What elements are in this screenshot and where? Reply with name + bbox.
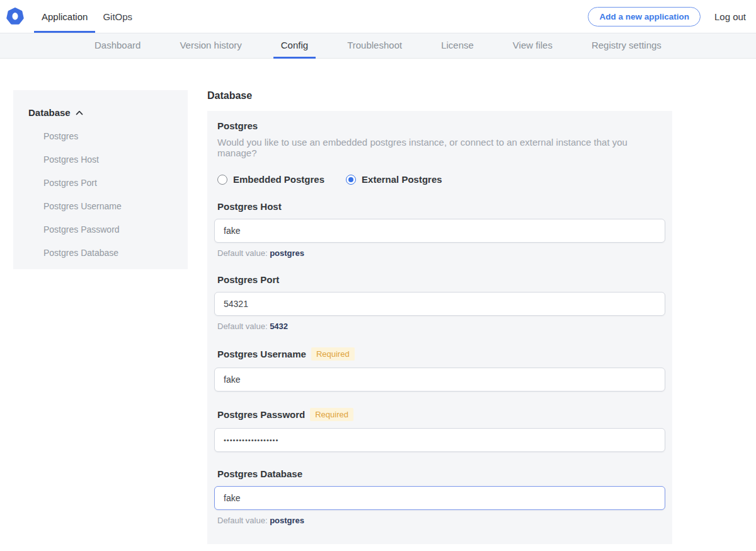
chevron-up-icon [76, 110, 83, 115]
postgres-database-input[interactable] [214, 486, 665, 510]
topnav-spacer [140, 0, 588, 33]
subnav-tab-view-files-label: View files [513, 40, 553, 50]
sidebar-item-postgres-host[interactable]: Postgres Host [43, 154, 175, 165]
postgres-database-label: Postgres Database [217, 468, 302, 479]
subnav-tab-view-files[interactable]: View files [505, 33, 560, 59]
postgres-host-label: Postgres Host [217, 201, 282, 212]
radio-embedded-postgres[interactable]: Embedded Postgres [217, 174, 324, 185]
subnav-tab-dashboard[interactable]: Dashboard [87, 33, 148, 59]
field-postgres-database: Postgres Database Default value: postgre… [214, 468, 665, 525]
config-page: Database Postgres Postgres Host Postgres… [0, 59, 756, 551]
subnav-tab-license-label: License [441, 40, 474, 50]
default-label: Default value: [217, 248, 268, 258]
default-value: 5432 [270, 322, 288, 331]
default-label: Default value: [217, 516, 268, 525]
postgres-help-text: Would you like to use an embedded postgr… [217, 137, 665, 158]
field-postgres-username: Postgres Username Required [214, 347, 665, 392]
default-label: Default value: [217, 322, 268, 331]
sidebar-group-database-label: Database [28, 107, 71, 118]
sidebar-item-postgres-username[interactable]: Postgres Username [43, 201, 175, 211]
postgres-password-label: Postgres Password [217, 409, 305, 420]
subnav-tab-version-history[interactable]: Version history [172, 33, 249, 59]
config-main: Database Postgres Would you like to use … [207, 90, 672, 551]
subnav-tab-registry-settings[interactable]: Registry settings [584, 33, 669, 59]
tab-gitops-label: GitOps [103, 11, 132, 22]
section-heading: Database [207, 90, 672, 102]
sidebar-item-postgres-password[interactable]: Postgres Password [43, 224, 175, 235]
radio-embedded-postgres-label: Embedded Postgres [233, 174, 324, 185]
radio-selected-icon[interactable] [346, 175, 356, 185]
postgres-port-default: Default value: 5432 [217, 322, 665, 331]
subnav-tab-dashboard-label: Dashboard [94, 40, 140, 50]
radio-external-postgres[interactable]: External Postgres [346, 174, 442, 185]
sidebar-item-postgres-database[interactable]: Postgres Database [43, 248, 175, 258]
sidebar-item-postgres[interactable]: Postgres [43, 131, 175, 141]
subnav-tab-troubleshoot[interactable]: Troubleshoot [340, 33, 410, 59]
subnav-tab-license[interactable]: License [433, 33, 481, 59]
postgres-database-default: Default value: postgres [217, 516, 665, 525]
tab-application-label: Application [42, 11, 88, 22]
postgres-username-input[interactable] [214, 368, 665, 392]
logout-link[interactable]: Log out [714, 11, 746, 22]
app-sub-navigation: Dashboard Version history Config Trouble… [0, 33, 756, 59]
postgres-password-input[interactable] [214, 428, 665, 452]
sidebar-item-postgres-port[interactable]: Postgres Port [43, 178, 175, 188]
subnav-tab-config-label: Config [281, 40, 308, 50]
database-config-panel: Postgres Would you like to use an embedd… [207, 111, 672, 544]
tab-gitops[interactable]: GitOps [95, 2, 140, 33]
top-navigation: Application GitOps Add a new application… [0, 0, 756, 33]
subnav-tab-config[interactable]: Config [273, 33, 316, 59]
config-sidebar: Database Postgres Postgres Host Postgres… [13, 90, 188, 269]
required-badge: Required [310, 408, 353, 421]
radio-external-postgres-label: External Postgres [362, 174, 442, 185]
postgres-radio-group: Embedded Postgres External Postgres [217, 174, 665, 185]
subnav-tab-troubleshoot-label: Troubleshoot [347, 40, 402, 50]
field-postgres-host: Postgres Host Default value: postgres [214, 201, 665, 258]
radio-unselected-icon[interactable] [217, 175, 227, 185]
postgres-port-input[interactable] [214, 292, 665, 316]
postgres-host-default: Default value: postgres [217, 248, 665, 258]
replicated-logo-icon [6, 8, 24, 25]
default-value: postgres [270, 248, 304, 258]
field-postgres-port: Postgres Port Default value: 5432 [214, 274, 665, 331]
add-new-application-button[interactable]: Add a new application [588, 7, 701, 26]
default-value: postgres [270, 516, 304, 525]
postgres-group-label: Postgres [217, 120, 665, 131]
postgres-port-label: Postgres Port [217, 274, 279, 285]
tab-application[interactable]: Application [34, 2, 95, 33]
postgres-username-label: Postgres Username [217, 349, 306, 359]
sidebar-group-database[interactable]: Database [28, 107, 175, 118]
subnav-tab-version-history-label: Version history [180, 40, 241, 50]
required-badge: Required [311, 347, 355, 361]
subnav-tab-registry-settings-label: Registry settings [592, 40, 662, 50]
field-postgres-password: Postgres Password Required [214, 408, 665, 452]
postgres-host-input[interactable] [214, 219, 665, 243]
app-logo[interactable] [6, 0, 24, 33]
